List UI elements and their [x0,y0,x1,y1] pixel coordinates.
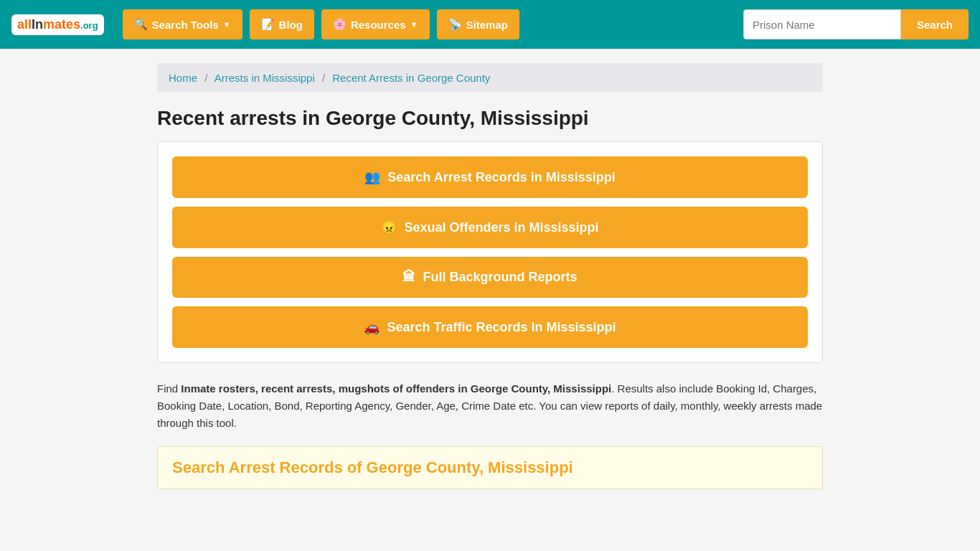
btn1-label: Search Arrest Records in Mississippi [387,170,615,185]
main-content: Home / Arrests in Mississippi / Recent A… [146,49,834,504]
search-arrest-records-button[interactable]: 👥 Search Arrest Records in Mississippi [172,156,808,198]
breadcrumb-current[interactable]: Recent Arrests in George County [332,72,490,84]
btn3-label: Full Background Reports [423,270,577,285]
logo-mates: mates [43,17,80,32]
navbar: allInmates.org 🔍 Search Tools ▼ 📝 Blog 🌸… [0,0,980,49]
breadcrumb: Home / Arrests in Mississippi / Recent A… [157,63,823,93]
breadcrumb-home[interactable]: Home [169,72,197,84]
search-tools-icon: 🔍 [134,18,148,31]
logo-all: all [17,17,32,32]
resources-label: Resources [351,19,406,31]
action-card: 👥 Search Arrest Records in Mississippi 😠… [157,141,823,363]
breadcrumb-sep-2: / [322,72,325,84]
page-title: Recent arrests in George County, Mississ… [157,107,823,130]
description-intro: Find [157,382,181,395]
search-traffic-records-button[interactable]: 🚗 Search Traffic Records In Mississippi [172,306,808,348]
search-tools-label: Search Tools [152,19,219,31]
sitemap-button[interactable]: 📡 Sitemap [437,9,519,39]
breadcrumb-sep-1: / [204,72,207,84]
logo-org: .org [80,20,98,31]
bottom-heading: Search Arrest Records of George County, … [172,458,808,477]
resources-icon: 🌸 [333,18,347,31]
resources-button[interactable]: 🌸 Resources ▼ [321,9,430,39]
site-logo[interactable]: allInmates.org [11,14,104,35]
breadcrumb-arrests-ms[interactable]: Arrests in Mississippi [215,72,315,84]
prison-search-button[interactable]: Search [901,9,969,39]
blog-label: Blog [279,19,303,31]
logo-in: In [32,17,43,32]
btn2-label: Sexual Offenders in Mississippi [404,220,598,235]
description-text: Find Inmate rosters, recent arrests, mug… [157,380,823,432]
prison-name-input[interactable] [743,9,901,39]
sitemap-label: Sitemap [466,19,508,31]
car-icon: 🚗 [364,319,380,335]
full-background-reports-button[interactable]: 🏛 Full Background Reports [172,257,808,298]
btn4-label: Search Traffic Records In Mississippi [387,320,616,335]
sexual-offenders-button[interactable]: 😠 Sexual Offenders in Mississippi [172,207,808,248]
blog-button[interactable]: 📝 Blog [250,9,314,39]
people-icon: 👥 [364,169,380,185]
search-btn-label: Search [917,19,953,31]
chevron-down-icon-2: ▼ [410,20,418,29]
prison-search-bar: Search [743,9,969,39]
description-bold: Inmate rosters, recent arrests, mugshots… [181,382,611,395]
search-tools-button[interactable]: 🔍 Search Tools ▼ [123,9,242,39]
building-icon: 🏛 [402,270,415,285]
angry-icon: 😠 [381,220,397,235]
sitemap-icon: 📡 [448,18,462,31]
chevron-down-icon: ▼ [223,20,231,29]
bottom-section: Search Arrest Records of George County, … [157,446,823,489]
blog-icon: 📝 [261,18,275,31]
